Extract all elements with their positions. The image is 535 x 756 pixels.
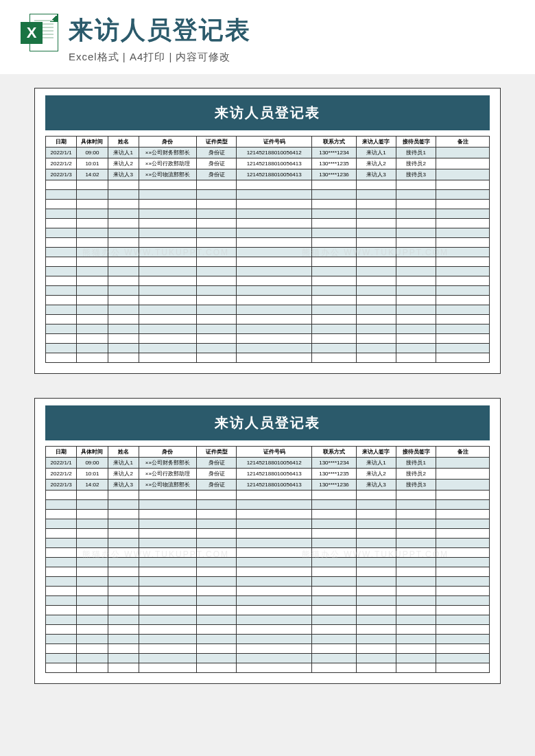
table-cell — [436, 577, 490, 587]
table-row — [46, 238, 490, 248]
table-cell — [356, 200, 396, 209]
table-cell — [356, 558, 396, 567]
table-cell — [196, 644, 236, 654]
table-cell: 身份证 — [196, 169, 236, 180]
table-cell — [237, 558, 312, 567]
table-cell — [436, 228, 490, 238]
table-cell — [77, 596, 108, 606]
table-cell: 来访人2 — [356, 469, 396, 480]
table-cell — [139, 510, 196, 519]
table-cell — [196, 296, 236, 305]
table-cell — [77, 334, 108, 344]
table-cell — [77, 228, 108, 238]
table-row — [46, 296, 490, 305]
table-cell — [436, 276, 490, 286]
table-row — [46, 577, 490, 587]
table-cell — [396, 200, 436, 209]
table-row — [46, 529, 490, 539]
table-cell — [108, 654, 139, 663]
column-header: 备注 — [436, 137, 490, 147]
table-cell — [77, 615, 108, 625]
table-cell: 130****1234 — [312, 147, 357, 158]
table-row — [46, 200, 490, 209]
table-cell — [77, 606, 108, 615]
table-cell — [46, 596, 77, 606]
table-cell — [196, 654, 236, 663]
table-cell — [139, 539, 196, 548]
table-cell: 接待员3 — [396, 169, 436, 180]
table-cell — [396, 353, 436, 363]
table-cell: 10:01 — [77, 158, 108, 169]
table-cell — [356, 567, 396, 577]
table-cell — [436, 180, 490, 190]
table-cell — [237, 238, 312, 248]
table-cell — [237, 519, 312, 529]
table-cell — [396, 539, 436, 548]
table-cell — [312, 248, 357, 257]
table-cell — [196, 267, 236, 276]
table-cell — [356, 228, 396, 238]
sheet-1: 来访人员登记表 日期具体时间姓名身份证件类型证件号码联系方式来访人签字接待员签字… — [34, 88, 501, 374]
table-cell — [237, 587, 312, 596]
main-title: 来访人员登记表 — [69, 14, 514, 47]
table-row: 2022/1/210:01来访人2××公司行政部助理身份证12145218801… — [46, 469, 490, 480]
table-cell — [356, 510, 396, 519]
table-cell — [237, 315, 312, 324]
table-cell — [356, 219, 396, 228]
table-cell — [139, 577, 196, 587]
table-cell: 接待员1 — [396, 147, 436, 158]
table-cell — [139, 596, 196, 606]
table-row — [46, 510, 490, 519]
table-cell — [108, 587, 139, 596]
table-cell — [312, 577, 357, 587]
table-cell: 来访人2 — [356, 158, 396, 169]
table-cell — [436, 567, 490, 577]
table-cell — [436, 587, 490, 596]
table-cell: 2022/1/1 — [46, 458, 77, 469]
table-cell — [396, 315, 436, 324]
column-header: 具体时间 — [77, 137, 108, 147]
column-header: 证件号码 — [237, 137, 312, 147]
column-header: 日期 — [46, 447, 77, 458]
table-cell — [356, 519, 396, 529]
table-cell: 来访人3 — [108, 169, 139, 180]
table-cell: 130****1234 — [312, 458, 357, 469]
table-cell — [77, 491, 108, 500]
table-cell — [196, 529, 236, 539]
table-cell — [46, 587, 77, 596]
table-cell — [46, 500, 77, 510]
table-cell — [108, 635, 139, 644]
table-cell — [396, 267, 436, 276]
table-cell — [396, 305, 436, 315]
table-row — [46, 596, 490, 606]
table-cell: 来访人3 — [108, 480, 139, 491]
table-cell — [46, 529, 77, 539]
table-cell — [139, 491, 196, 500]
table-cell — [108, 596, 139, 606]
table-cell — [196, 305, 236, 315]
table-body-1: 2022/1/109:00来访人1××公司财务部部长身份证12145218801… — [46, 147, 490, 363]
table-cell — [356, 209, 396, 219]
column-header: 姓名 — [108, 137, 139, 147]
table-cell — [139, 209, 196, 219]
table-cell — [396, 558, 436, 567]
table-cell — [356, 334, 396, 344]
sheet-title: 来访人员登记表 — [45, 405, 490, 440]
table-cell — [139, 500, 196, 510]
table-cell — [46, 296, 77, 305]
table-cell — [237, 606, 312, 615]
table-cell — [46, 238, 77, 248]
table-cell — [312, 305, 357, 315]
table-cell — [237, 491, 312, 500]
table-cell — [139, 625, 196, 635]
table-cell: 来访人2 — [108, 469, 139, 480]
table-cell — [46, 276, 77, 286]
table-cell: 身份证 — [196, 469, 236, 480]
table-cell — [196, 209, 236, 219]
table-cell: 身份证 — [196, 147, 236, 158]
table-cell — [77, 219, 108, 228]
column-header: 接待员签字 — [396, 447, 436, 458]
table-cell — [312, 200, 357, 209]
table-cell — [196, 587, 236, 596]
column-header: 日期 — [46, 137, 77, 147]
